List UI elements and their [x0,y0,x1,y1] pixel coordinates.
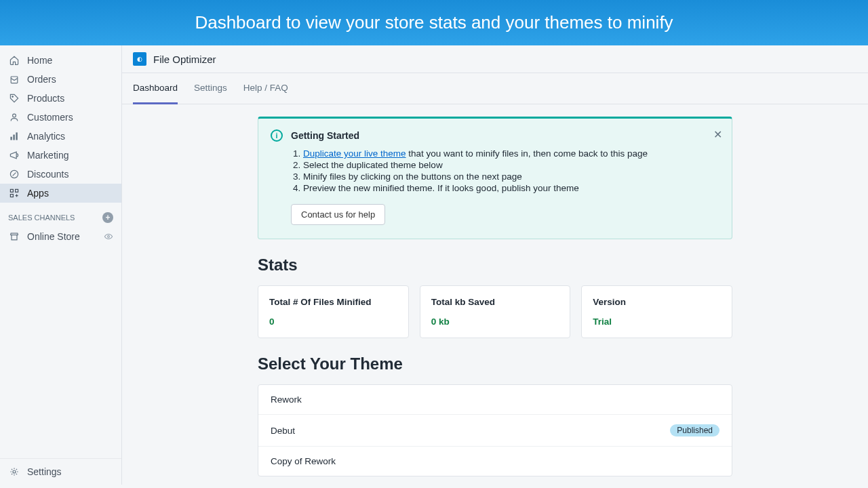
duplicate-theme-link[interactable]: Duplicate your live theme [303,148,406,159]
stat-value: 0 [269,317,397,327]
sidebar-item-products[interactable]: Products [0,89,121,108]
stat-card-files-minified: Total # Of Files Minified 0 [258,285,409,338]
view-store-icon[interactable] [104,232,113,241]
app-title: File Optimizer [153,54,216,65]
tab-bar: Dashboard Settings Help / FAQ [122,73,868,104]
sidebar-section-sales-channels: SALES CHANNELS + [0,203,121,227]
discounts-icon [8,168,20,180]
sidebar-item-customers[interactable]: Customers [0,108,121,127]
step-text: Select the duplicated theme below [303,160,719,170]
theme-list: Rework Debut Published Copy of Rework [258,384,732,476]
svg-point-10 [108,236,110,238]
info-title: Getting Started [291,130,359,141]
sidebar-item-label: Products [27,93,64,104]
marketing-icon [8,149,20,161]
sidebar-item-label: Orders [27,74,56,85]
products-icon [8,92,20,104]
stat-card-version: Version Trial [581,285,732,338]
sidebar-item-apps[interactable]: Apps [0,184,121,203]
theme-row[interactable]: Copy of Rework [258,447,732,476]
sidebar-item-home[interactable]: Home [0,51,121,70]
svg-rect-7 [10,189,13,192]
svg-rect-9 [10,195,13,197]
close-icon[interactable]: ✕ [713,128,722,141]
theme-name: Rework [271,394,302,405]
tab-settings[interactable]: Settings [194,73,227,104]
online-store-icon [8,230,20,243]
orders-icon [8,73,20,85]
getting-started-banner: ✕ i Getting Started Duplicate your live … [258,117,732,239]
apps-icon [8,187,20,199]
svg-point-11 [13,470,16,473]
add-channel-icon[interactable]: + [102,212,113,223]
gear-icon [8,466,20,478]
app-logo-icon: ◐ [133,52,146,66]
section-label: SALES CHANNELS [8,214,75,222]
step-text: Preview the new minified theme. If it lo… [303,183,719,193]
contact-us-button[interactable]: Contact us for help [291,204,385,225]
published-badge: Published [670,424,719,436]
stats-row: Total # Of Files Minified 0 Total kb Sav… [258,285,732,338]
select-theme-heading: Select Your Theme [258,354,732,373]
stat-label: Total # Of Files Minified [269,297,397,307]
sidebar-item-analytics[interactable]: Analytics [0,127,121,146]
getting-started-steps: Duplicate your live theme that you want … [271,148,719,193]
sidebar-item-label: Marketing [27,150,68,161]
stat-label: Total kb Saved [431,297,559,307]
sidebar-item-settings[interactable]: Settings [0,459,121,485]
svg-rect-3 [10,137,12,140]
step-text: Minify files by clicking on the buttons … [303,171,719,182]
stat-card-kb-saved: Total kb Saved 0 kb [420,285,571,338]
sidebar-item-label: Apps [27,188,49,199]
svg-point-1 [12,96,14,98]
tab-help-faq[interactable]: Help / FAQ [243,73,288,104]
stat-label: Version [593,297,721,307]
sidebar-item-orders[interactable]: Orders [0,70,121,89]
sidebar-item-label: Home [27,55,52,66]
promo-banner: Dashboard to view your store stats and y… [0,0,868,45]
stat-value: 0 kb [431,317,559,327]
sidebar-item-label: Settings [27,466,62,477]
sidebar: Home Orders Products Customers Analytics… [0,45,122,485]
info-icon: i [271,129,283,142]
theme-name: Copy of Rework [271,456,336,466]
theme-row[interactable]: Debut Published [258,415,732,447]
stats-heading: Stats [258,256,732,274]
stat-value: Trial [593,317,721,327]
main-area: ◐ File Optimizer Dashboard Settings Help… [122,45,868,485]
svg-rect-4 [13,135,14,140]
sidebar-item-marketing[interactable]: Marketing [0,146,121,165]
theme-row[interactable]: Rework [258,385,732,415]
tab-dashboard[interactable]: Dashboard [133,73,178,104]
svg-rect-5 [16,132,17,140]
content-scroll: ✕ i Getting Started Duplicate your live … [122,104,868,485]
analytics-icon [8,130,20,142]
svg-rect-8 [16,189,18,192]
svg-rect-0 [11,77,18,83]
step-text: that you want to minify files in, then c… [406,148,648,159]
sidebar-item-label: Online Store [27,231,80,242]
sidebar-item-online-store[interactable]: Online Store [0,227,121,246]
customers-icon [8,111,20,123]
sidebar-item-discounts[interactable]: Discounts [0,165,121,184]
svg-point-2 [13,114,16,117]
sidebar-item-label: Discounts [27,169,68,180]
theme-name: Debut [271,426,295,436]
sidebar-item-label: Customers [27,112,73,123]
home-icon [8,54,20,66]
app-header: ◐ File Optimizer [122,45,868,73]
sidebar-item-label: Analytics [27,131,65,142]
